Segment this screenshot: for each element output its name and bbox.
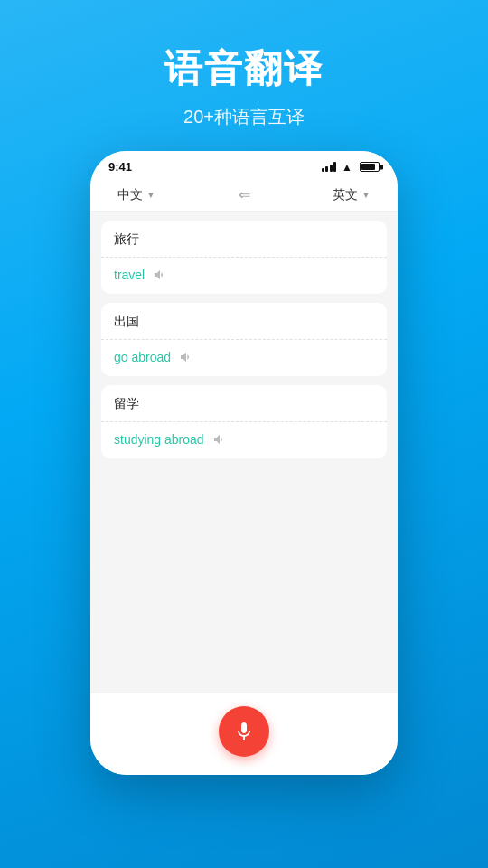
target-lang-arrow: ▼ [361,190,371,200]
source-lang-label: 中文 [117,187,143,203]
mic-button[interactable] [219,706,269,757]
battery-icon [360,162,380,172]
source-text-1: 旅行 [101,221,387,258]
swap-icon[interactable]: ⇐ [239,186,250,203]
translated-text-3: studying abroad [114,432,204,447]
source-text-3: 留学 [101,385,387,422]
translation-card-3[interactable]: 留学 studying abroad [101,385,387,458]
signal-icon [322,162,337,172]
source-language[interactable]: 中文 ▼ [117,187,155,203]
speaker-icon-1[interactable] [152,267,168,283]
wifi-icon: ▲ [342,161,352,174]
translation-card-1[interactable]: 旅行 travel [101,221,387,294]
translation-row-2: go abroad [101,340,387,376]
status-time: 9:41 [108,160,132,174]
translation-row-1: travel [101,258,387,294]
app-subtitle: 20+种语言互译 [183,105,305,129]
status-bar: 9:41 ▲ [90,151,398,179]
target-lang-label: 英文 [333,187,358,203]
translation-card-2[interactable]: 出国 go abroad [101,303,387,376]
target-language[interactable]: 英文 ▼ [333,187,371,203]
phone-frame: 9:41 ▲ 中文 ▼ ⇐ 英文 ▼ 旅行 [90,151,398,775]
source-text-2: 出国 [101,303,387,340]
mic-icon [233,721,255,742]
app-title: 语音翻译 [164,43,324,94]
speaker-icon-2[interactable] [178,349,194,365]
mic-button-area [90,693,398,775]
translated-text-2: go abroad [114,350,171,364]
language-bar: 中文 ▼ ⇐ 英文 ▼ [90,179,398,212]
translated-text-1: travel [114,268,145,282]
status-icons: ▲ [322,161,380,174]
speaker-icon-3[interactable] [211,431,228,448]
source-lang-arrow: ▼ [146,190,155,200]
translation-list: 旅行 travel 出国 go abroad [90,212,398,693]
translation-row-3: studying abroad [101,422,387,458]
header-area: 语音翻译 20+种语言互译 [0,0,488,151]
